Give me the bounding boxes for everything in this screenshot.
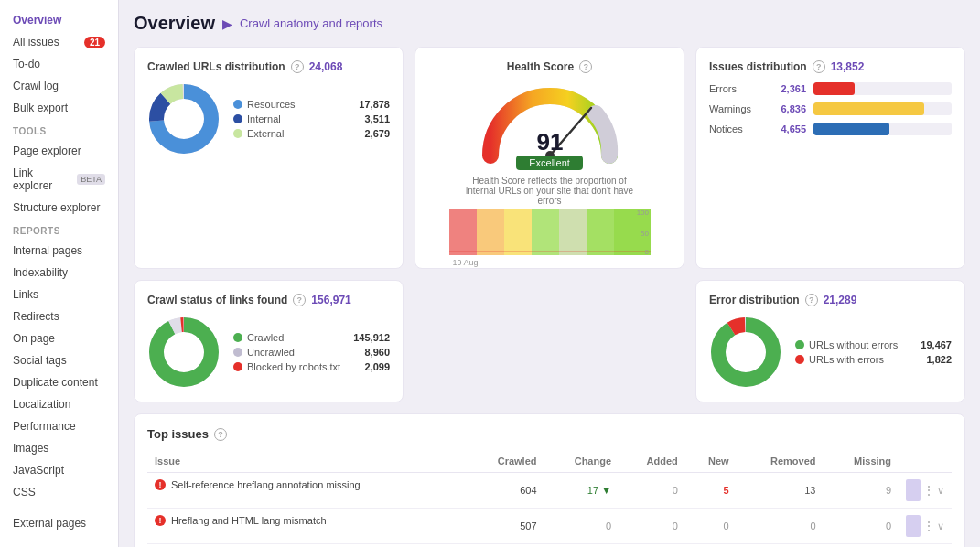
sidebar-label-crawl-log: Crawl log — [13, 80, 59, 92]
missing-cell: 9 — [824, 473, 899, 509]
action-cell: ⋮ ∨ — [899, 544, 952, 548]
col-new: New — [685, 450, 737, 473]
crawl-status-legend: Crawled 145,912 Uncrawled 8,960 Blocked … — [233, 330, 390, 374]
expand-icon[interactable]: ∨ — [937, 485, 944, 497]
sidebar-item-overview[interactable]: Overview — [0, 9, 118, 31]
sidebar-item-all-issues[interactable]: All issues 21 — [0, 31, 118, 53]
issue-cell: ! Hreflang and HTML lang mismatch — [147, 509, 466, 532]
error-dist-info-icon[interactable]: ? — [805, 294, 818, 306]
missing-cell: 0 — [824, 509, 899, 544]
expand-icon[interactable]: ∨ — [937, 520, 944, 532]
removed-cell: 0 — [737, 544, 824, 548]
legend-blocked: Blocked by robots.txt 2,099 — [233, 359, 390, 374]
health-score-card: Health Score ? — [415, 47, 684, 269]
sidebar-item-on-page[interactable]: On page — [0, 327, 118, 349]
health-score-title: Health Score ? — [507, 60, 592, 73]
legend-resources: Resources 17,878 — [233, 97, 390, 112]
more-options-icon[interactable]: ⋮ — [922, 519, 935, 533]
sidebar-item-crawl-log[interactable]: Crawl log — [0, 75, 118, 97]
row-actions: ⋮ ∨ — [906, 479, 944, 501]
missing-cell: 9 — [824, 544, 899, 548]
crawl-status-layout: Crawled 145,912 Uncrawled 8,960 Blocked … — [147, 316, 390, 389]
sidebar-item-link-explorer[interactable]: Link explorer BETA — [0, 162, 118, 197]
table-row: ! Hreflang and HTML lang mismatch 507 0 … — [147, 509, 952, 544]
crawled-cell: 474 — [466, 544, 544, 548]
error-dist-donut — [709, 316, 782, 389]
crawl-status-card: Crawl status of links found ? 156,971 — [134, 280, 404, 402]
sidebar-item-indexability[interactable]: Indexability — [0, 262, 118, 284]
svg-point-19 — [156, 325, 211, 380]
sidebar-item-redirects[interactable]: Redirects — [0, 306, 118, 327]
errors-row: Errors 2,361 — [709, 82, 952, 95]
sidebar-label-page-explorer: Page explorer — [13, 145, 81, 157]
chart-date-label: 19 Aug — [449, 258, 651, 267]
sidebar-item-images[interactable]: Images — [0, 437, 118, 459]
removed-cell: 0 — [737, 509, 824, 544]
notices-bar-track — [813, 123, 952, 135]
sidebar-label-structure-explorer: Structure explorer — [13, 201, 100, 214]
issue-label: Hreflang and HTML lang mismatch — [171, 515, 327, 526]
sidebar-item-social-tags[interactable]: Social tags — [0, 349, 118, 371]
sidebar: Overview All issues 21 To-do Crawl log B… — [0, 0, 119, 547]
error-dist-legend: URLs without errors 19,467 URLs with err… — [795, 338, 952, 367]
sidebar-item-javascript[interactable]: JavaScript — [0, 459, 118, 481]
health-score-info-icon[interactable]: ? — [579, 60, 592, 73]
sidebar-item-structure-explorer[interactable]: Structure explorer — [0, 197, 118, 219]
sidebar-item-bulk-export[interactable]: Bulk export — [0, 97, 118, 119]
svg-text:50: 50 — [641, 230, 649, 238]
issues-distribution-card: Issues distribution ? 13,852 Errors 2,36… — [695, 47, 965, 269]
beta-badge: BETA — [77, 174, 105, 185]
sidebar-label-link-explorer: Link explorer — [13, 166, 71, 192]
svg-rect-8 — [477, 209, 504, 255]
sidebar-item-page-explorer[interactable]: Page explorer — [0, 140, 118, 162]
crawl-status-info-icon[interactable]: ? — [293, 294, 306, 306]
top-issues-card: Top issues ? Issue Crawled Change Added … — [134, 413, 965, 547]
issues-dist-list: Errors 2,361 Warnings 6,836 Notices 4,65… — [709, 82, 952, 135]
sidebar-item-internal-pages[interactable]: Internal pages — [0, 240, 118, 262]
more-options-icon[interactable]: ⋮ — [922, 483, 935, 498]
col-issue: Issue — [147, 450, 466, 473]
page-title: Overview — [134, 13, 215, 34]
change-cell: 20 ▲ — [544, 544, 619, 548]
sidebar-item-duplicate-content[interactable]: Duplicate content — [0, 371, 118, 393]
error-indicator: ! — [155, 479, 166, 490]
health-score-gauge-wrap: 91 Excellent Health Score reflects the p… — [449, 82, 651, 255]
new-cell: 6 — [685, 544, 737, 548]
sidebar-label-bulk-export: Bulk export — [13, 102, 68, 114]
sidebar-item-links[interactable]: Links — [0, 284, 118, 306]
table-row: ! Self-reference hreflang annotation mis… — [147, 473, 952, 509]
col-missing: Missing — [824, 450, 899, 473]
issues-dist-title: Issues distribution ? 13,852 — [709, 60, 952, 73]
section-reports: REPORTS — [0, 219, 118, 240]
breadcrumb-link[interactable]: Crawl anatomy and reports — [240, 16, 382, 30]
top-issues-info-icon[interactable]: ? — [214, 428, 227, 441]
row-actions: ⋮ ∨ — [906, 515, 944, 537]
error-indicator: ! — [155, 515, 166, 526]
sidebar-item-css[interactable]: CSS — [0, 481, 118, 503]
sidebar-item-localization[interactable]: Localization — [0, 393, 118, 415]
issue-label: Self-reference hreflang annotation missi… — [171, 479, 361, 490]
main-content: Overview ▶ Crawl anatomy and reports Cra… — [119, 0, 980, 547]
crawled-cell: 507 — [466, 509, 544, 544]
svg-text:91: 91 — [536, 128, 563, 156]
crawled-urls-info-icon[interactable]: ? — [291, 60, 304, 73]
issues-dist-info-icon[interactable]: ? — [813, 60, 825, 73]
legend-uncrawled: Uncrawled 8,960 — [233, 345, 390, 359]
svg-rect-10 — [532, 209, 559, 255]
error-dist-layout: URLs without errors 19,467 URLs with err… — [709, 316, 952, 389]
sidebar-item-external-pages[interactable]: External pages — [0, 512, 118, 534]
crawled-urls-layout: Resources 17,878 Internal 3,511 External… — [147, 82, 390, 156]
sidebar-item-performance[interactable]: Performance — [0, 415, 118, 437]
sidebar-item-todo[interactable]: To-do — [0, 53, 118, 75]
svg-rect-12 — [587, 209, 614, 255]
removed-cell: 13 — [737, 473, 824, 509]
added-cell: 0 — [619, 473, 685, 509]
crawled-urls-title: Crawled URLs distribution ? 24,068 — [147, 60, 390, 73]
issues-table-body: ! Self-reference hreflang annotation mis… — [147, 473, 952, 548]
new-cell: 0 — [685, 509, 737, 544]
page-header: Overview ▶ Crawl anatomy and reports — [134, 13, 965, 34]
added-cell: 0 — [619, 509, 685, 544]
notices-bar-fill — [813, 123, 889, 135]
issue-cell: ! Self-reference hreflang annotation mis… — [147, 473, 466, 497]
change-down-icon: 17 ▼ — [587, 485, 611, 496]
